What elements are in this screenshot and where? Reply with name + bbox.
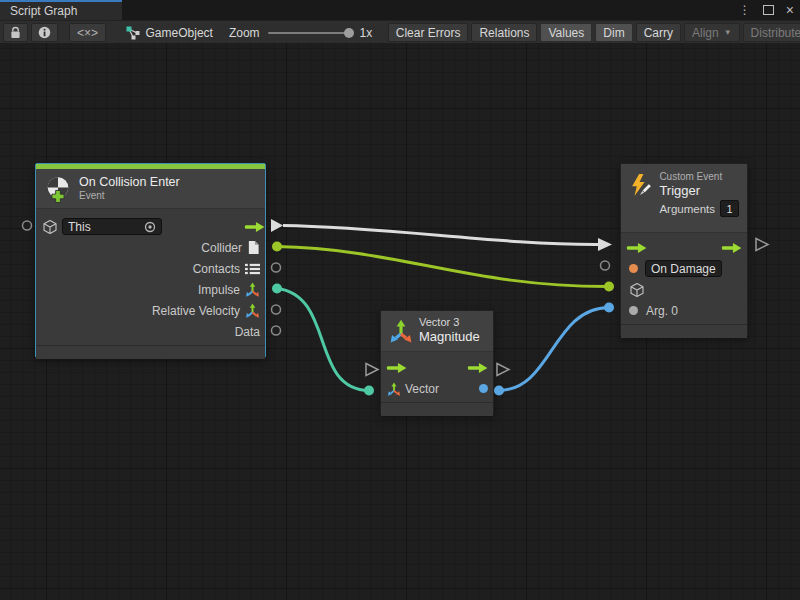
arg0-input-port[interactable] <box>604 303 614 313</box>
values-toggle[interactable]: Values <box>540 23 592 42</box>
impulse-output-port[interactable] <box>272 284 282 294</box>
info-icon <box>38 26 51 39</box>
close-icon[interactable]: × <box>786 3 794 17</box>
node-footer <box>381 402 493 416</box>
wire-flow-collision-to-trigger[interactable] <box>283 226 598 245</box>
relations-button[interactable]: Relations <box>471 23 537 42</box>
flow-input-port[interactable] <box>386 362 407 374</box>
port-row-relative-velocity[interactable]: Relative Velocity <box>36 300 265 321</box>
collision-event-icon <box>44 175 72 203</box>
button-label: Align <box>692 26 719 40</box>
flow-wire-end-arrow[interactable] <box>598 238 612 251</box>
flow-input-port[interactable] <box>626 242 647 254</box>
data-output-port[interactable] <box>272 326 281 335</box>
port-row-vector[interactable]: Vector <box>381 378 493 399</box>
zoom-label: Zoom <box>229 26 260 40</box>
window-controls: ⋮ × <box>739 0 794 20</box>
document-icon <box>247 240 260 255</box>
target-value: This <box>68 220 91 234</box>
target-row[interactable] <box>621 279 747 300</box>
flow-arrow-icon <box>386 362 407 374</box>
contacts-output-port[interactable] <box>272 263 281 272</box>
script-graph-icon <box>126 26 140 40</box>
axes-icon <box>245 303 260 318</box>
port-label: Arg. 0 <box>646 304 678 318</box>
lock-button[interactable] <box>3 23 28 42</box>
align-dropdown[interactable]: Align ▼ <box>684 23 740 42</box>
node-footer <box>36 345 265 359</box>
target-self-input-port[interactable] <box>23 221 32 230</box>
info-button[interactable] <box>31 23 58 42</box>
string-input-port[interactable] <box>629 264 638 273</box>
magnitude-flow-output-port[interactable] <box>497 364 509 376</box>
code-preview-button[interactable]: <×> <box>69 23 106 42</box>
port-label: Vector <box>405 382 439 396</box>
port-row-arg0[interactable]: Arg. 0 <box>621 300 747 321</box>
flow-row[interactable] <box>621 237 747 258</box>
graph-canvas[interactable]: On Collision Enter Event This <box>0 43 800 600</box>
clear-errors-button[interactable]: Clear Errors <box>388 23 469 42</box>
node-header: Custom Event Trigger Arguments 1 <box>621 164 747 233</box>
flow-row[interactable] <box>381 357 493 378</box>
port-label: Data <box>235 325 260 339</box>
button-label: Distribute <box>751 26 800 40</box>
node-title: Trigger <box>659 183 739 199</box>
tab-script-graph[interactable]: Script Graph <box>0 0 122 20</box>
zoom-slider[interactable] <box>268 32 352 34</box>
gameobject-label: GameObject <box>146 26 213 40</box>
node-title: On Collision Enter <box>79 175 180 191</box>
menu-icon[interactable]: ⋮ <box>739 3 751 17</box>
node-trigger-custom-event[interactable]: Custom Event Trigger Arguments 1 <box>620 163 748 337</box>
wire-magnitude-to-arg0[interactable] <box>499 308 609 391</box>
port-row-data[interactable]: Data <box>36 321 265 342</box>
magnitude-output-port[interactable] <box>494 386 504 396</box>
float-output-port[interactable] <box>479 384 488 393</box>
vector-input-port[interactable] <box>364 386 374 396</box>
arguments-field[interactable]: 1 <box>720 200 739 217</box>
node-type-label: Vector 3 <box>419 316 480 329</box>
port-row-contacts[interactable]: Contacts <box>36 258 265 279</box>
zoom-slider-handle[interactable] <box>344 28 354 38</box>
flow-output-port[interactable] <box>244 221 265 233</box>
target-field[interactable]: This <box>62 218 162 235</box>
trigger-flow-output-port[interactable] <box>756 239 768 251</box>
flow-arrow-icon <box>626 242 647 254</box>
carry-toggle[interactable]: Carry <box>636 23 681 42</box>
maximize-icon[interactable] <box>763 5 774 15</box>
chevron-down-icon: ▼ <box>724 28 732 37</box>
arg0-input-port[interactable] <box>629 306 638 315</box>
event-name-input-port[interactable] <box>601 261 610 270</box>
axes-icon <box>387 382 401 396</box>
flow-output-port[interactable] <box>721 242 742 254</box>
collider-output-port[interactable] <box>272 242 282 252</box>
target-row: This <box>36 216 265 237</box>
port-row-collider[interactable]: Collider <box>36 237 265 258</box>
flow-arrow-icon <box>244 221 265 233</box>
axes-icon <box>389 319 413 343</box>
target-input-port[interactable] <box>604 282 614 292</box>
relative-velocity-output-port[interactable] <box>272 305 281 314</box>
node-footer <box>621 324 747 338</box>
lock-icon <box>10 26 21 39</box>
flow-wire-start-arrow[interactable] <box>271 219 283 232</box>
flow-arrow-icon <box>467 362 488 374</box>
wire-collider-to-target[interactable] <box>277 247 609 287</box>
node-vector3-magnitude[interactable]: Vector 3 Magnitude Vector <box>380 310 494 415</box>
gameobject-cube-icon <box>629 282 645 298</box>
event-name-field[interactable]: On Damage <box>645 260 722 277</box>
object-picker-icon[interactable] <box>144 221 156 233</box>
list-icon <box>245 263 260 275</box>
distribute-dropdown[interactable]: Distribute ▼ <box>743 23 800 42</box>
wire-impulse-to-vector[interactable] <box>277 289 369 391</box>
zoom-control: Zoom 1x <box>229 26 372 40</box>
gameobject-breadcrumb[interactable]: GameObject <box>116 26 223 40</box>
flow-output-port[interactable] <box>467 362 488 374</box>
port-label: Collider <box>201 241 242 255</box>
port-row-impulse[interactable]: Impulse <box>36 279 265 300</box>
event-name-row: On Damage <box>621 258 747 279</box>
magnitude-flow-input-port[interactable] <box>366 364 378 376</box>
flow-arrow-icon <box>721 242 742 254</box>
node-body: This Collider Contacts I <box>36 209 265 342</box>
node-on-collision-enter[interactable]: On Collision Enter Event This <box>35 163 266 358</box>
dim-toggle[interactable]: Dim <box>595 23 632 42</box>
